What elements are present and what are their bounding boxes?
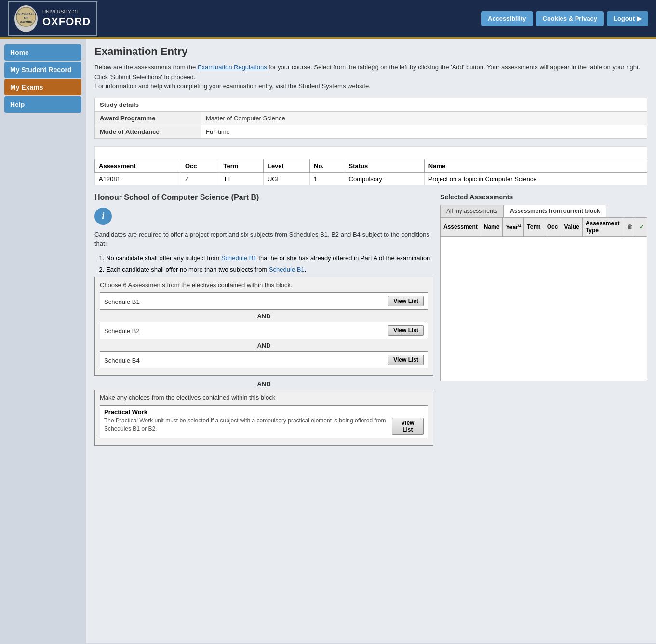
view-list-b2-button[interactable]: View List xyxy=(388,325,424,336)
award-programme-value: Master of Computer Science xyxy=(201,111,647,125)
cell-level: UGF xyxy=(263,172,309,185)
col-term: Term xyxy=(524,217,544,236)
accessibility-button[interactable]: Accessibility xyxy=(481,11,533,26)
schedule-b4-box: Schedule B4 View List xyxy=(100,351,428,368)
assessments-empty-area xyxy=(440,237,647,381)
cell-occ: Z xyxy=(181,172,219,185)
honour-school-title: Honour School of Computer Science (Part … xyxy=(94,193,433,202)
col-name: Name xyxy=(481,217,503,236)
study-details-header: Study details xyxy=(95,98,647,111)
logout-arrow-icon: ▶ xyxy=(637,15,642,22)
mode-of-attendance-value: Full-time xyxy=(201,125,647,138)
cell-no: 1 xyxy=(310,172,345,185)
sidebar-item-help[interactable]: Help xyxy=(4,96,81,113)
practical-work-box: Practical Work The Practical Work unit m… xyxy=(100,405,428,438)
sidebar-item-my-exams[interactable]: My Exams xyxy=(4,79,81,95)
conditions-list: No candidate shall offer any subject fro… xyxy=(106,253,433,276)
col-status: Status xyxy=(345,159,424,172)
col-name: Name xyxy=(424,159,647,172)
compulsory-header: Compulsory and previously confirmed asse… xyxy=(95,146,647,159)
block-box-1: Choose 6 Assessments from the electives … xyxy=(94,277,433,376)
intro-text: Below are the assessments from the Exami… xyxy=(94,63,647,91)
logo-text: UNIVERSITY OF OXFORD xyxy=(42,9,91,29)
selected-assessments-title: Selected Assessments xyxy=(440,193,647,201)
block2-instruction: Make any choices from the electives cont… xyxy=(100,394,428,401)
svg-text:UNIVERSITY: UNIVERSITY xyxy=(15,12,37,16)
logout-label: Logout xyxy=(614,15,635,22)
col-check: ✓ xyxy=(636,217,647,236)
practical-work-title: Practical Work xyxy=(104,408,392,416)
col-assessment: Assessment xyxy=(441,217,481,236)
main-content: Examination Entry Below are the assessme… xyxy=(86,39,656,643)
col-delete: 🗑 xyxy=(624,217,636,236)
logo-crest: UNIVERSITY OF OXFORD xyxy=(14,5,38,32)
practical-work-desc: The Practical Work unit must be selected… xyxy=(104,417,392,433)
cell-name: Project on a topic in Computer Science xyxy=(424,172,647,185)
logout-button[interactable]: Logout ▶ xyxy=(607,11,648,26)
practical-work-info: Practical Work The Practical Work unit m… xyxy=(104,408,392,435)
trash-header-icon: 🗑 xyxy=(627,223,633,230)
view-list-b1-button[interactable]: View List xyxy=(388,296,424,306)
page-wrapper: Home My Student Record My Exams Help Exa… xyxy=(0,39,656,643)
schedule-b1-box: Schedule B1 View List xyxy=(100,292,428,310)
cell-status: Compulsory xyxy=(345,172,424,185)
list-item: No candidate shall offer any subject fro… xyxy=(106,253,433,263)
sidebar: Home My Student Record My Exams Help xyxy=(0,39,86,643)
svg-text:OF: OF xyxy=(24,16,28,20)
col-value: Value xyxy=(561,217,582,236)
right-panel: Selected Assessments All my assessments … xyxy=(440,193,647,381)
info-icon: i xyxy=(94,208,112,225)
tabs-row: All my assessments Assessments from curr… xyxy=(440,205,647,217)
header-buttons: Accessibility Cookies & Privacy Logout ▶ xyxy=(481,11,648,26)
study-details-table: Study details Award Programme Master of … xyxy=(94,98,647,139)
cell-term: TT xyxy=(219,172,263,185)
sidebar-item-student-record[interactable]: My Student Record xyxy=(4,62,81,78)
lower-section: Honour School of Computer Science (Part … xyxy=(94,193,647,450)
col-occ: Occ xyxy=(181,159,219,172)
schedule-b2-name: Schedule B2 xyxy=(104,327,140,336)
award-programme-label: Award Programme xyxy=(95,111,201,125)
university-of-text: UNIVERSITY OF xyxy=(42,9,80,14)
oxford-text: OXFORD xyxy=(42,15,91,29)
block1-instruction: Choose 6 Assessments from the electives … xyxy=(100,281,428,289)
cell-assessment: A12081 xyxy=(95,172,181,185)
mode-of-attendance-label: Mode of Attendance xyxy=(95,125,201,138)
and-separator-3: AND xyxy=(94,381,433,388)
schedule-b4-name: Schedule B4 xyxy=(104,356,140,365)
col-occ: Occ xyxy=(544,217,561,236)
tab-all-assessments[interactable]: All my assessments xyxy=(440,205,504,217)
list-item: Each candidate shall offer no more than … xyxy=(106,265,433,275)
view-list-practical-button[interactable]: View List xyxy=(392,418,424,435)
schedule-b1-name: Schedule B1 xyxy=(104,297,140,306)
and-separator-2: AND xyxy=(100,342,428,349)
logo-box: UNIVERSITY OF OXFORD UNIVERSITY OF OXFOR… xyxy=(8,1,97,36)
table-row: A12081 Z TT UGF 1 Compulsory Project on … xyxy=(95,172,647,185)
tab-current-block[interactable]: Assessments from current block xyxy=(504,205,606,217)
header: UNIVERSITY OF OXFORD UNIVERSITY OF OXFOR… xyxy=(0,0,656,39)
col-level: Level xyxy=(263,159,309,172)
view-list-b4-button[interactable]: View List xyxy=(388,355,424,365)
svg-text:OXFORD: OXFORD xyxy=(20,20,33,23)
cookies-privacy-button[interactable]: Cookies & Privacy xyxy=(536,11,604,26)
exam-regulations-link[interactable]: Examination Regulations xyxy=(198,64,267,71)
compulsory-table: Compulsory and previously confirmed asse… xyxy=(94,146,647,185)
sidebar-item-home[interactable]: Home xyxy=(4,44,81,61)
col-term: Term xyxy=(219,159,263,172)
col-year: Yeara xyxy=(503,217,524,236)
assessments-table: Assessment Name Yeara Term Occ Value Ass… xyxy=(440,217,647,237)
page-title: Examination Entry xyxy=(94,45,647,58)
col-assessment: Assessment xyxy=(95,159,181,172)
col-assessment-type: Assessment Type xyxy=(582,217,624,236)
block-box-2: Make any choices from the electives cont… xyxy=(94,390,433,446)
check-header-icon: ✓ xyxy=(639,223,644,230)
info-text: Candidates are required to offer a proje… xyxy=(94,230,433,249)
and-separator-1: AND xyxy=(100,313,428,320)
left-panel: Honour School of Computer Science (Part … xyxy=(94,193,433,450)
col-no: No. xyxy=(310,159,345,172)
schedule-b2-box: Schedule B2 View List xyxy=(100,322,428,339)
